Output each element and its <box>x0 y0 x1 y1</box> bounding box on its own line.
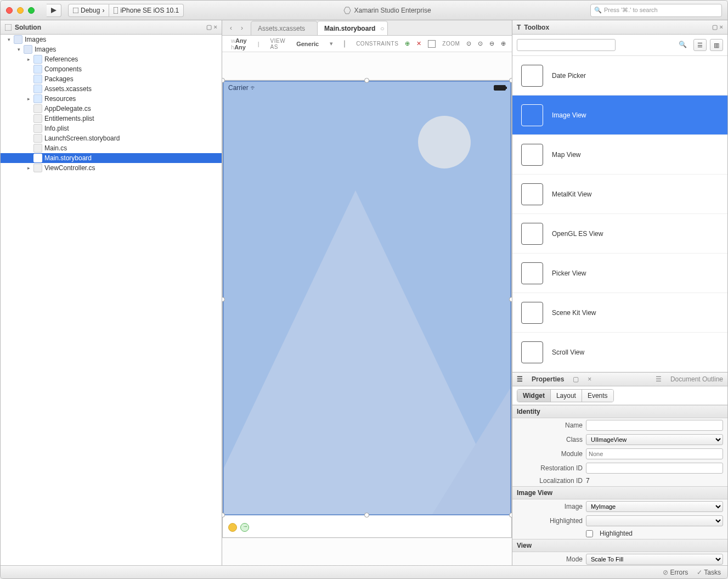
tree-item[interactable]: Assets.xcassets <box>1 84 222 94</box>
search-icon: 🔍 <box>679 41 687 48</box>
global-search[interactable]: 🔍 Press '⌘.' to search <box>590 4 722 17</box>
tree-item[interactable]: ▾Images <box>1 44 222 54</box>
run-config-selector[interactable]: Debug › <box>68 4 109 17</box>
wifi-icon: ᯤ <box>250 84 257 92</box>
highlighted-select[interactable] <box>586 515 723 526</box>
solution-tree[interactable]: ▾Images▾Images▸ReferencesComponentsPacka… <box>1 35 222 565</box>
svg-marker-3 <box>344 7 351 14</box>
zoom-fit-button[interactable]: ⊙ <box>466 40 471 47</box>
zoom-actual-button[interactable]: ⊙ <box>478 40 483 47</box>
tree-item[interactable]: Entitlements.plist <box>1 114 222 123</box>
storyboard-toolbar: wAny hAny | VIEW AS Generic ▾ CONSTRAINT… <box>222 36 512 52</box>
orientation-toggle[interactable] <box>344 40 345 48</box>
app-window: Debug › iPhone SE iOS 10.1 Xamarin Studi… <box>0 0 728 579</box>
scene-dock[interactable] <box>228 523 249 532</box>
clear-constraints-button[interactable]: ✕ <box>416 40 421 47</box>
image-view-widget[interactable]: Carrier ᯤ <box>223 81 511 515</box>
tree-item[interactable]: Packages <box>1 74 222 84</box>
view-controller-icon[interactable] <box>228 523 237 532</box>
size-class-label[interactable]: wAny hAny <box>231 37 247 50</box>
image-icon <box>521 104 543 126</box>
tree-item[interactable]: Main.storyboard <box>1 153 222 163</box>
restoration-id-input[interactable] <box>586 463 723 474</box>
tree-item[interactable]: ▾Images <box>1 35 222 44</box>
toolbox-list[interactable]: Date PickerImage ViewMap ViewMetalKit Vi… <box>512 56 727 372</box>
right-pane: T Toolbox ▢ × 🔍 ☰ ▥ Date PickerImage Vie… <box>512 20 727 565</box>
class-select[interactable]: UIImageView <box>586 434 723 445</box>
tree-item[interactable]: AppDelegate.cs <box>1 104 222 114</box>
pad-close-button[interactable]: × <box>588 375 591 383</box>
toolbox-search-bar: 🔍 ☰ ▥ <box>512 35 727 56</box>
title-bar: Debug › iPhone SE iOS 10.1 Xamarin Studi… <box>1 1 727 20</box>
tree-item[interactable]: Components <box>1 64 222 74</box>
editor-tab[interactable]: Assets.xcassets <box>251 21 318 35</box>
tree-item[interactable]: ▸References <box>1 54 222 64</box>
zoom-out-button[interactable]: ⊖ <box>489 40 494 47</box>
toolbox-item[interactable]: Scene Kit View <box>512 293 727 333</box>
toolbox-compact-button[interactable]: ☰ <box>693 39 707 51</box>
properties-tab-widget[interactable]: Widget <box>517 390 550 402</box>
mode-select[interactable]: Scale To Fill <box>586 554 723 565</box>
toolbox-item[interactable]: Image View <box>512 95 727 135</box>
run-target-group: Debug › iPhone SE iOS 10.1 <box>68 4 184 17</box>
pad-autohide-button[interactable]: ▢ <box>206 24 212 31</box>
toolbox-item[interactable]: MetalKit View <box>512 175 727 214</box>
toolbox-item[interactable]: Picker View <box>512 254 727 293</box>
add-constraints-button[interactable]: ⊕ <box>405 40 410 47</box>
map-icon <box>521 144 543 166</box>
tree-item[interactable]: LaunchScreen.storyboard <box>1 133 222 143</box>
toolbox-item[interactable]: OpenGL ES View <box>512 214 727 254</box>
module-input[interactable] <box>586 448 723 459</box>
properties-tab-layout[interactable]: Layout <box>550 390 582 402</box>
placeholder-moon <box>418 116 471 168</box>
errors-pad-button[interactable]: ⊘ Errors <box>663 569 688 576</box>
pad-close-button[interactable]: × <box>720 24 723 31</box>
editor-tab[interactable]: Main.storyboard○ <box>317 21 388 35</box>
view-as-selector[interactable]: Generic <box>296 41 319 47</box>
pad-close-button[interactable]: × <box>214 24 217 31</box>
toolbox-search-input[interactable] <box>517 39 616 51</box>
zoom-label: ZOOM <box>442 41 460 47</box>
localization-id-value: 7 <box>586 477 723 485</box>
minimize-window-button[interactable] <box>17 7 24 14</box>
toolbox-item[interactable]: Scroll View <box>512 333 727 372</box>
pad-autohide-button[interactable]: ▢ <box>573 375 579 383</box>
window-title: Xamarin Studio Enterprise <box>190 7 584 14</box>
designer-canvas[interactable]: Carrier ᯤ <box>222 52 512 565</box>
pad-autohide-button[interactable]: ▢ <box>712 24 718 31</box>
tree-item[interactable]: ▸Resources <box>1 94 222 104</box>
properties-body: Identity Name ClassUIImageView Module Re… <box>512 405 727 565</box>
image-select[interactable]: MyImage <box>586 501 723 512</box>
nav-forward-button[interactable]: › <box>236 23 247 33</box>
solution-icon <box>5 24 12 31</box>
svg-rect-2 <box>114 7 118 14</box>
tasks-pad-button[interactable]: ✓ Tasks <box>697 569 721 576</box>
close-window-button[interactable] <box>6 7 13 14</box>
tree-item[interactable]: Info.plist <box>1 123 222 133</box>
frame-mode-button[interactable] <box>428 40 436 48</box>
picker-icon <box>521 262 543 284</box>
nav-back-button[interactable]: ‹ <box>225 23 236 33</box>
tree-item[interactable]: Main.cs <box>1 143 222 153</box>
zoom-window-button[interactable] <box>28 7 35 14</box>
view-controller-scene[interactable]: Carrier ᯤ <box>222 80 512 538</box>
document-outline-tab[interactable]: Document Outline <box>670 375 723 383</box>
svg-rect-4 <box>5 24 12 31</box>
properties-tabs: WidgetLayoutEvents <box>512 386 727 405</box>
highlighted-checkbox[interactable] <box>586 530 593 537</box>
play-stop-group <box>47 4 61 17</box>
device-selector[interactable]: iPhone SE iOS 10.1 <box>109 4 184 17</box>
toolbox-item[interactable]: Date Picker <box>512 56 727 95</box>
toolbox-item[interactable]: Map View <box>512 135 727 175</box>
properties-tab-events[interactable]: Events <box>582 390 613 402</box>
tree-item[interactable]: ▸ViewController.cs <box>1 163 222 173</box>
exit-segue-icon[interactable] <box>240 523 249 532</box>
toolbox-category-button[interactable]: ▥ <box>710 39 723 51</box>
opengl-icon <box>521 223 543 245</box>
zoom-in-button[interactable]: ⊕ <box>501 40 506 47</box>
name-input[interactable] <box>586 420 723 431</box>
check-icon: ✓ <box>697 569 702 576</box>
close-tab-icon[interactable]: ○ <box>380 25 384 32</box>
solution-pad: Solution ▢ × ▾Images▾Images▸ReferencesCo… <box>1 20 222 565</box>
play-button[interactable] <box>47 4 61 17</box>
